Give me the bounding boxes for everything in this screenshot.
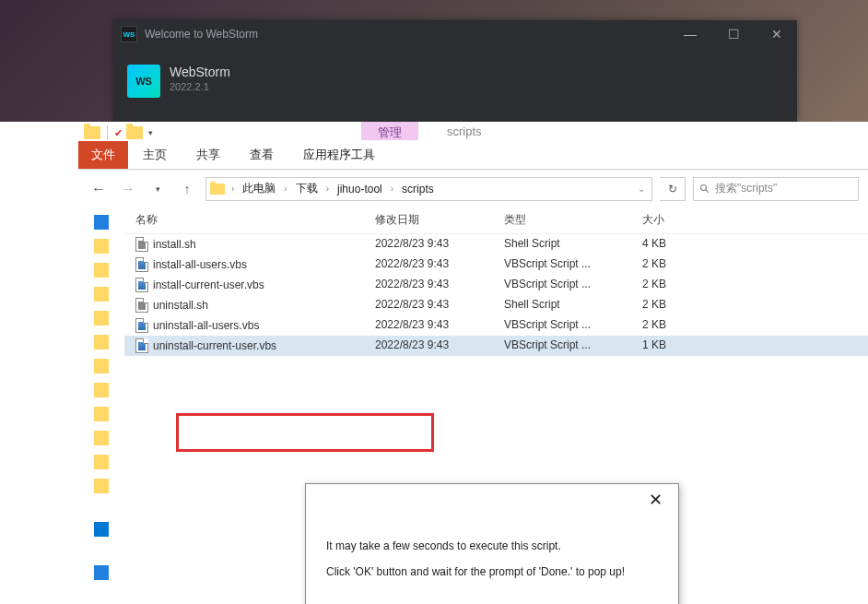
column-size[interactable]: 大小	[642, 212, 753, 228]
file-row[interactable]: install-current-user.vbs2022/8/23 9:43VB…	[124, 275, 868, 295]
folder-icon[interactable]	[126, 126, 143, 139]
sidebar-quick-access-icon[interactable]	[94, 215, 109, 230]
search-placeholder: 搜索"scripts"	[715, 181, 777, 196]
back-button[interactable]: ←	[88, 178, 110, 200]
svg-line-1	[706, 189, 709, 192]
minimize-button[interactable]: —	[676, 27, 704, 41]
chevron-right-icon[interactable]: ›	[388, 184, 396, 194]
refresh-button[interactable]: ↻	[660, 177, 686, 201]
sidebar-folder-icon[interactable]	[94, 263, 109, 278]
column-type[interactable]: 类型	[504, 212, 642, 228]
file-size: 1 KB	[642, 338, 753, 353]
file-row[interactable]: install-all-users.vbs2022/8/23 9:43VBScr…	[124, 255, 868, 275]
dialog-message-line2: Click 'OK' button and wait for the promp…	[326, 565, 658, 578]
dialog-close-button[interactable]: ✕	[641, 490, 669, 510]
svg-point-0	[701, 184, 707, 190]
file-icon	[135, 338, 148, 353]
file-menu-tab[interactable]: 文件	[78, 141, 128, 169]
sidebar-folder-icon[interactable]	[94, 335, 109, 349]
file-date: 2022/8/23 9:43	[375, 298, 504, 313]
file-icon	[135, 298, 148, 313]
file-row[interactable]: uninstall.sh2022/8/23 9:43Shell Script2 …	[124, 295, 868, 315]
sidebar-folder-icon[interactable]	[94, 359, 109, 373]
file-row[interactable]: uninstall-current-user.vbs2022/8/23 9:43…	[124, 336, 868, 356]
file-name: uninstall-current-user.vbs	[153, 339, 276, 352]
sidebar-folder-icon[interactable]	[94, 383, 109, 397]
file-size: 2 KB	[642, 278, 753, 292]
file-row[interactable]: install.sh2022/8/23 9:43Shell Script4 KB	[124, 234, 868, 255]
webstorm-window: WS Welcome to WebStorm — ☐ ✕ WS WebStorm…	[113, 20, 797, 122]
view-tab[interactable]: 查看	[235, 141, 288, 169]
file-date: 2022/8/23 9:43	[375, 257, 504, 272]
breadcrumb-this-pc[interactable]: 此电脑	[240, 181, 277, 196]
webstorm-titlebar[interactable]: WS Welcome to WebStorm — ☐ ✕	[113, 20, 797, 48]
context-folder-label: scripts	[447, 124, 482, 138]
share-tab[interactable]: 共享	[182, 141, 235, 169]
sidebar-folder-icon[interactable]	[94, 239, 109, 254]
file-size: 2 KB	[642, 257, 753, 272]
dropdown-icon[interactable]: ▾	[148, 128, 153, 137]
file-name: install-all-users.vbs	[153, 258, 247, 271]
home-tab[interactable]: 主页	[128, 141, 182, 169]
sidebar-this-pc-icon[interactable]	[94, 565, 109, 580]
file-type: Shell Script	[504, 298, 642, 313]
sidebar-folder-icon[interactable]	[94, 407, 109, 421]
sidebar-folder-icon[interactable]	[94, 431, 109, 445]
file-row[interactable]: uninstall-all-users.vbs2022/8/23 9:43VBS…	[124, 315, 868, 336]
file-icon	[135, 318, 148, 333]
file-name: install-current-user.vbs	[153, 278, 264, 291]
file-type: VBScript Script ...	[504, 318, 642, 333]
sidebar-folder-icon[interactable]	[94, 311, 109, 326]
file-list: 名称 修改日期 类型 大小 install.sh2022/8/23 9:43Sh…	[124, 207, 868, 604]
sidebar-onedrive-icon[interactable]	[94, 522, 109, 537]
sidebar-folder-icon[interactable]	[94, 479, 109, 493]
file-type: Shell Script	[504, 237, 642, 252]
file-name: install.sh	[153, 238, 196, 251]
app-tools-tab[interactable]: 应用程序工具	[288, 141, 390, 169]
folder-icon	[210, 184, 225, 195]
history-dropdown[interactable]: ▾	[147, 178, 169, 200]
file-date: 2022/8/23 9:43	[375, 318, 504, 333]
checkmark-icon[interactable]: ✔	[114, 127, 123, 139]
manage-context-tab[interactable]: 管理	[361, 122, 418, 140]
webstorm-title: Welcome to WebStorm	[145, 28, 676, 41]
sidebar-folder-icon[interactable]	[94, 455, 109, 469]
navigation-bar: ← → ▾ ↑ › 此电脑 › 下载 › jihuo-tool › script…	[78, 170, 868, 207]
column-date[interactable]: 修改日期	[375, 212, 504, 228]
chevron-right-icon[interactable]: ›	[323, 184, 332, 194]
file-icon	[135, 278, 148, 292]
highlight-annotation	[176, 413, 434, 452]
file-size: 2 KB	[642, 318, 753, 333]
dialog-message-line1: It may take a few seconds to execute thi…	[326, 539, 658, 552]
file-icon	[135, 237, 148, 252]
file-date: 2022/8/23 9:43	[375, 237, 504, 252]
file-name: uninstall-all-users.vbs	[153, 319, 259, 332]
breadcrumb-folder1[interactable]: jihuo-tool	[335, 183, 384, 195]
sidebar-folder-icon[interactable]	[94, 287, 109, 302]
script-dialog: ✕ It may take a few seconds to execute t…	[305, 483, 679, 604]
file-date: 2022/8/23 9:43	[375, 278, 504, 292]
file-icon	[135, 257, 148, 272]
column-name[interactable]: 名称	[135, 212, 375, 228]
ribbon-tabs: 文件 主页 共享 查看 应用程序工具	[78, 144, 868, 170]
up-button[interactable]: ↑	[176, 178, 198, 200]
file-name: uninstall.sh	[153, 299, 208, 312]
forward-button[interactable]: →	[117, 178, 139, 200]
search-icon	[699, 184, 710, 195]
close-button[interactable]: ✕	[764, 27, 790, 41]
maximize-button[interactable]: ☐	[721, 27, 747, 41]
chevron-right-icon[interactable]: ›	[229, 184, 237, 194]
navigation-pane[interactable]	[78, 207, 124, 604]
file-date: 2022/8/23 9:43	[375, 338, 504, 353]
file-size: 2 KB	[642, 298, 753, 313]
folder-icon[interactable]	[84, 126, 100, 139]
chevron-down-icon[interactable]: ⌄	[635, 184, 648, 194]
file-explorer-window: ✔ ▾ 管理 scripts 文件 主页 共享 查看 应用程序工具 ← → ▾ …	[0, 122, 868, 604]
webstorm-version: 2022.2.1	[170, 81, 230, 92]
chevron-right-icon[interactable]: ›	[281, 184, 289, 194]
webstorm-app-icon: WS	[121, 26, 137, 42]
search-input[interactable]: 搜索"scripts"	[693, 177, 859, 201]
address-bar[interactable]: › 此电脑 › 下载 › jihuo-tool › scripts ⌄	[205, 177, 652, 201]
breadcrumb-downloads[interactable]: 下载	[294, 181, 320, 196]
breadcrumb-folder2[interactable]: scripts	[400, 183, 436, 195]
